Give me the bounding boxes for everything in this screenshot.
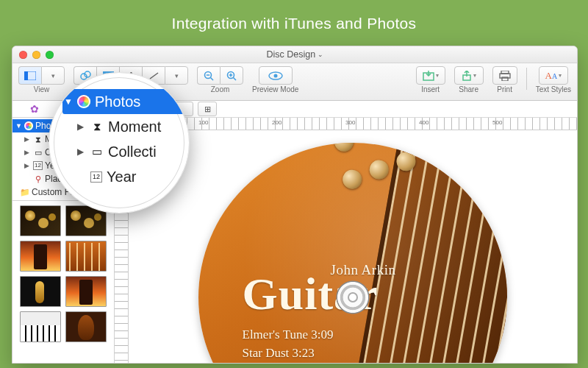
hourglass-icon: ⧗ [33, 135, 43, 144]
pin-icon: ⚲ [33, 174, 43, 184]
zoom-in-button[interactable] [220, 66, 243, 85]
share-label: Share [459, 85, 478, 93]
share-button[interactable]: ▾ [454, 66, 484, 85]
photos-icon [77, 95, 90, 108]
thumbnail[interactable] [20, 241, 61, 272]
print-button[interactable] [492, 66, 517, 85]
svg-point-15 [273, 74, 277, 77]
loupe-item-collections[interactable]: ▶▭Collecti [60, 139, 189, 164]
thumbnail[interactable] [65, 241, 107, 272]
print-label: Print [497, 85, 512, 93]
svg-line-6 [150, 73, 158, 79]
thumbnail[interactable] [65, 276, 107, 307]
preview-mode-button[interactable] [259, 66, 293, 85]
disc-design[interactable]: John Arkin Guitar Elmer's Tune 3:09 Star… [198, 143, 507, 364]
view-options-button[interactable]: ▾ [41, 66, 65, 85]
preview-label: Preview Mode [252, 85, 298, 93]
magnifier-overlay: ▼Photos ▶⧗Moment ▶▭Collecti ▶12Year [49, 72, 190, 213]
calendar-icon: 12 [90, 171, 102, 183]
text-styles-button[interactable]: AA▾ [539, 66, 568, 85]
window-title: Disc Design ⌄ [12, 49, 577, 60]
svg-line-8 [211, 77, 214, 80]
thumbnail[interactable] [20, 311, 61, 342]
picture-icon: ▭ [90, 145, 104, 158]
close-window-button[interactable] [19, 51, 27, 59]
zoom-window-button[interactable] [46, 51, 54, 59]
guides-button[interactable]: ⊞ [198, 102, 217, 116]
hourglass-icon: ⧗ [90, 120, 104, 133]
disc-text-block[interactable]: John Arkin Guitar Elmer's Tune 3:09 Star… [243, 262, 396, 364]
guitar-headstock-art [332, 143, 442, 237]
disc-tracklist: Elmer's Tune 3:09 Star Dust 3:23 Imagina… [243, 325, 396, 364]
minimize-window-button[interactable] [32, 51, 40, 59]
disc-title: Guitar [243, 274, 396, 315]
svg-rect-1 [24, 71, 28, 80]
loupe-item-photos[interactable]: ▼Photos [62, 89, 186, 114]
zoom-label: Zoom [211, 85, 230, 93]
view-label: View [34, 85, 50, 93]
photos-icon [24, 121, 33, 130]
tab-shapes-icon[interactable]: ✿ [30, 103, 39, 115]
calendar-icon: 12 [33, 161, 43, 170]
thumbnail[interactable] [65, 311, 107, 342]
disc-center-hole [333, 277, 373, 317]
folder-icon: 📁 [20, 188, 29, 197]
thumbnail[interactable] [20, 205, 61, 236]
titlebar: Disc Design ⌄ [12, 46, 577, 63]
marketing-banner: Integration with iTunes and Photos [0, 0, 588, 32]
insert-button[interactable]: ▾ [416, 66, 445, 85]
text-styles-label: Text Styles [536, 85, 571, 93]
loupe-item-moments[interactable]: ▶⧗Moment [60, 114, 189, 139]
loupe-item-years[interactable]: ▶12Year [60, 164, 189, 189]
picture-icon: ▭ [33, 148, 43, 158]
tool-options-button[interactable]: ▾ [165, 66, 188, 85]
thumbnail-grid [12, 200, 114, 364]
zoom-out-button[interactable] [197, 66, 220, 85]
thumbnail[interactable] [20, 276, 61, 307]
view-sidebar-button[interactable] [18, 66, 41, 85]
insert-label: Insert [421, 85, 440, 93]
ruler-horizontal: 100 200 300 400 500 [128, 118, 577, 130]
svg-line-11 [234, 77, 237, 80]
